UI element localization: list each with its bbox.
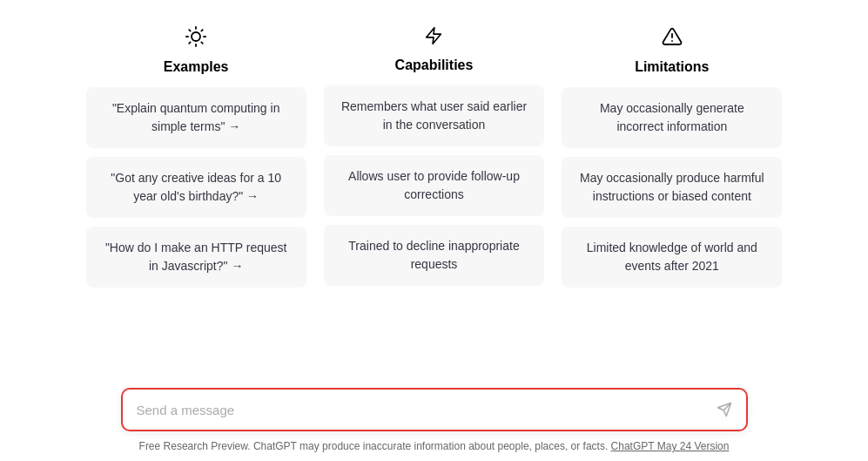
sun-icon [185, 26, 206, 52]
card-limitations-0: May occasionally generate incorrect info… [562, 87, 782, 148]
bottom-section: Free Research Preview. ChatGPT may produ… [0, 370, 868, 461]
column-title-limitations: Limitations [635, 59, 709, 75]
column-header-capabilities: Capabilities [395, 26, 474, 73]
column-header-examples: Examples [164, 26, 229, 75]
main-content: Examples"Explain quantum computing in si… [0, 0, 868, 370]
footer-text: Free Research Preview. ChatGPT may produ… [139, 440, 730, 452]
column-header-limitations: Limitations [635, 26, 709, 75]
column-examples: Examples"Explain quantum computing in si… [86, 26, 306, 288]
svg-line-8 [202, 30, 203, 31]
column-title-capabilities: Capabilities [395, 58, 474, 73]
columns-grid: Examples"Explain quantum computing in si… [86, 26, 783, 288]
card-capabilities-0: Remembers what user said earlier in the … [324, 85, 544, 146]
footer-main-text: Free Research Preview. ChatGPT may produ… [139, 440, 609, 452]
card-limitations-2: Limited knowledge of world and events af… [562, 227, 782, 288]
card-examples-2[interactable]: "How do I make an HTTP request in Javasc… [86, 227, 306, 288]
column-title-examples: Examples [164, 59, 229, 75]
card-limitations-1: May occasionally produce harmful instruc… [562, 157, 782, 218]
input-wrapper [121, 388, 748, 431]
svg-line-4 [202, 42, 203, 43]
svg-point-0 [192, 32, 200, 41]
footer-link[interactable]: ChatGPT May 24 Version [611, 440, 730, 452]
card-capabilities-2: Trained to decline inappropriate request… [324, 225, 544, 286]
message-input[interactable] [137, 403, 710, 417]
bolt-icon [424, 26, 443, 51]
svg-line-7 [189, 42, 190, 43]
card-capabilities-1: Allows user to provide follow-up correct… [324, 155, 544, 216]
send-button[interactable] [717, 402, 732, 417]
column-limitations: LimitationsMay occasionally generate inc… [562, 26, 782, 288]
card-examples-0[interactable]: "Explain quantum computing in simple ter… [86, 87, 306, 148]
send-icon [717, 402, 732, 417]
column-capabilities: CapabilitiesRemembers what user said ear… [324, 26, 544, 288]
svg-marker-9 [427, 28, 441, 44]
card-examples-1[interactable]: "Got any creative ideas for a 10 year ol… [86, 157, 306, 218]
warning-icon [662, 26, 683, 52]
svg-line-3 [189, 30, 190, 31]
